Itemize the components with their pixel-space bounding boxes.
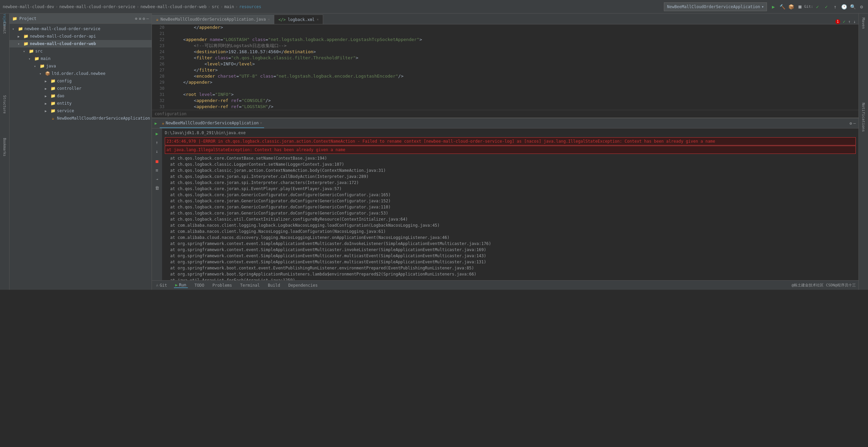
tree-item-order-web[interactable]: ▾ 📁 newbee-mall-cloud-order-web	[9, 40, 152, 47]
folder-icon-dao: 📁	[50, 93, 56, 99]
run-label-bottom: Run	[179, 283, 186, 287]
bottom-tab-dependencies[interactable]: Dependencies	[287, 283, 319, 288]
terminal-label: Terminal	[240, 283, 260, 288]
tree-item-order-api[interactable]: ▶ 📁 newbee-mall-cloud-order-api	[9, 33, 152, 40]
run-filter-icon[interactable]: ≡	[153, 166, 161, 174]
close-panel-icon[interactable]: —	[146, 16, 149, 21]
git-mark-icon[interactable]: ✓	[823, 3, 830, 11]
bottom-tab-run[interactable]: ▶ Run	[174, 283, 188, 288]
run-tab-main[interactable]: ☕ NewBeeMallCloudOrderServiceApplication…	[160, 118, 264, 128]
scroll-up-icon[interactable]: ↑	[848, 19, 851, 24]
git-check-icon[interactable]: ✓	[814, 3, 821, 11]
run-button[interactable]: ▶	[770, 3, 777, 11]
search-icon[interactable]: 🔍	[849, 3, 856, 11]
run-minimize-icon[interactable]: —	[853, 121, 856, 126]
notifications-tab[interactable]: Notifications	[860, 100, 867, 135]
run-scroll-up-button[interactable]: ↑	[153, 139, 161, 146]
stack-traces: at ch.qos.logback.core.ContextBase.setNa…	[165, 155, 856, 280]
bottom-right-info: @栋土建金技术社区 CSDN@程序员十三	[792, 283, 856, 288]
git-push-icon[interactable]: ↑	[831, 3, 839, 11]
breadcrumb-part-1[interactable]: newbee-mall-cloud-dev	[3, 4, 54, 9]
tree-item-config[interactable]: ▶ 📁 config	[9, 77, 152, 85]
todo-label: TODO	[195, 283, 204, 288]
settings-panel-icon[interactable]: ⚙	[143, 16, 145, 21]
run-settings-icon[interactable]: ⚙	[850, 121, 852, 126]
tab-java-close[interactable]: ×	[268, 18, 270, 21]
tab-java[interactable]: ☕ NewBeeMallCloudOrderServiceApplication…	[152, 15, 274, 24]
stack-line: at org.springframework.boot.SpringApplic…	[165, 271, 856, 277]
tree-item-order-service[interactable]: ▾ 📁 newbee-mall-cloud-order-service	[9, 25, 152, 33]
build-icon[interactable]: 🔨	[778, 3, 786, 11]
run-scroll-down-button[interactable]: ↓	[153, 147, 161, 155]
stack-line: at java.util.ArrayList.forEach(ArrayList…	[165, 277, 856, 280]
tree-item-package[interactable]: ▾ 📦 ltd.order.cloud.newbee	[9, 70, 152, 77]
tree-label-order-api: newbee-mall-cloud-order-api	[30, 34, 96, 39]
tree-label-package: ltd.order.cloud.newbee	[52, 71, 105, 76]
run-clear-icon[interactable]: 🗑	[153, 184, 161, 191]
run-wrap-icon[interactable]: ⇥	[153, 175, 161, 183]
stack-line: at org.springframework.context.event.Sim…	[165, 247, 856, 253]
tree-item-entity[interactable]: ▶ 📁 entity	[9, 100, 152, 107]
bottom-tab-terminal[interactable]: Terminal	[239, 283, 261, 288]
run-tab-close[interactable]: ×	[260, 121, 262, 125]
deploy-icon[interactable]: 📦	[787, 3, 795, 11]
run-config-dropdown[interactable]: NewBeeMallCloudOrderServiceApplication ▾	[664, 2, 767, 11]
breadcrumb-part-6[interactable]: resources	[239, 4, 261, 9]
stack-line: at ch.qos.logback.core.joran.GenericConf…	[165, 198, 856, 204]
tree-item-src[interactable]: ▾ 📁 src	[9, 47, 152, 55]
code-line-29: 29 </appender>	[152, 79, 859, 85]
code-line-26: 26 <level>INFO</level>	[152, 61, 859, 67]
folder-icon-controller: 📁	[50, 86, 56, 91]
code-line-32: 32 <appender-ref ref="CONSOLE"/>	[152, 98, 859, 104]
tree-item-service[interactable]: ▶ 📁 service	[9, 107, 152, 115]
tree-label-config: config	[57, 79, 72, 83]
collapse-icon[interactable]: ≡	[139, 16, 141, 21]
tab-xml[interactable]: ≺/≻ logback.xml ×	[274, 15, 323, 24]
tree-item-java[interactable]: ▾ 📁 java	[9, 62, 152, 70]
tree-item-main-class[interactable]: ▶ ☕ NewBeeMallCloudOrderServiceApplicati…	[9, 115, 152, 122]
run-stop-button[interactable]: ⏹	[153, 158, 161, 165]
stack-line: at ch.qos.logback.core.joran.spi.Interpr…	[165, 180, 856, 186]
tree-item-main[interactable]: ▾ 📁 main	[9, 55, 152, 62]
run-panel-header: ▶ ☕ NewBeeMallCloudOrderServiceApplicati…	[152, 118, 859, 128]
folder-icon-src: 📁	[28, 48, 34, 54]
tree-item-controller[interactable]: ▶ 📁 controller	[9, 85, 152, 92]
run-output: D:\Java\jdk1.8.0_291\bin\java.exe 23:45:…	[162, 128, 859, 280]
run-icon: ▶	[155, 121, 157, 126]
run-panel-icons: ⚙ —	[850, 121, 856, 126]
bottom-tab-todo[interactable]: TODO	[193, 283, 206, 288]
settings-icon[interactable]: ⚙	[858, 3, 865, 11]
ide-window: newbee-mall-cloud-dev › newbee-mall-clou…	[0, 0, 868, 290]
breadcrumb-part-5[interactable]: main	[224, 4, 234, 9]
breadcrumb-part-4[interactable]: src	[212, 4, 219, 9]
git-history-icon[interactable]: 🕐	[840, 3, 848, 11]
breadcrumb-part-3[interactable]: newbee-mall-cloud-order-web	[140, 4, 206, 9]
tab-xml-close[interactable]: ×	[317, 18, 319, 21]
stack-line: at org.springframework.context.event.Sim…	[165, 259, 856, 265]
debug-stop-icon[interactable]: ⏹	[796, 3, 804, 11]
breadcrumb-part-2[interactable]: newbee-mall-cloud-order-service	[59, 4, 135, 9]
tree-label-dao: dao	[57, 94, 64, 98]
toolbar-right: NewBeeMallCloudOrderServiceApplication ▾…	[664, 2, 865, 11]
code-line-24: 24 <destination>192.168.110.57:4560</des…	[152, 49, 859, 55]
tab-java-label: NewBeeMallCloudOrderServiceApplication.j…	[160, 17, 266, 22]
maven-tab[interactable]: Maven	[860, 15, 867, 32]
run-restart-button[interactable]: ▶	[153, 130, 161, 137]
commit-icon[interactable]: Commit	[1, 24, 9, 32]
tree-item-dao[interactable]: ▶ 📁 dao	[9, 92, 152, 100]
scroll-down-icon[interactable]: ↓	[853, 19, 856, 24]
stack-line: at org.springframework.context.event.Sim…	[165, 253, 856, 259]
stack-line: at com.alibaba.cloud.nacos.discovery.log…	[165, 235, 856, 241]
locate-icon[interactable]: ⊕	[135, 16, 137, 21]
bookmarks-icon[interactable]: Bookmarks	[1, 143, 9, 151]
tree-label-entity: entity	[57, 101, 72, 106]
bottom-tab-git[interactable]: ⑃ Git	[155, 283, 169, 288]
bottom-tab-problems[interactable]: Problems	[211, 283, 234, 288]
stack-line: at ch.qos.logback.core.joran.spi.EventPl…	[165, 186, 856, 192]
java-tab-icon: ☕	[156, 17, 158, 22]
structure-icon[interactable]: Structure	[1, 100, 9, 108]
bottom-tab-build[interactable]: Build	[267, 283, 281, 288]
stack-line: at org.springframework.boot.context.even…	[165, 265, 856, 271]
chevron-down-icon: ▾	[762, 4, 764, 9]
run-layout: ▶ ↑ ↓ ⏹ ≡ ⇥ 🗑 D:\Java\jdk1.8.0_291\bin\j…	[152, 128, 859, 280]
